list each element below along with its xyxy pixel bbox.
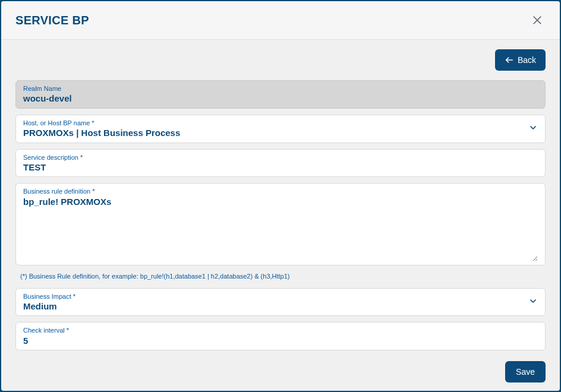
back-button[interactable]: Back — [495, 49, 546, 71]
host-label: Host, or Host BP name * — [23, 119, 538, 127]
realm-name-field: Realm Name wocu-devel — [15, 80, 546, 109]
business-rule-field[interactable]: Business rule definition * bp_rule! PROX… — [15, 183, 546, 265]
host-select[interactable]: Host, or Host BP name * PROXMOXs | Host … — [15, 115, 546, 143]
back-button-label: Back — [518, 55, 536, 65]
arrow-left-icon — [505, 55, 514, 65]
modal-footer: Save — [15, 356, 546, 382]
check-interval-field[interactable]: Check interval * — [15, 322, 546, 350]
business-rule-label: Business rule definition * — [23, 187, 538, 195]
realm-name-label: Realm Name — [23, 84, 538, 93]
service-description-label: Service description * — [23, 153, 538, 162]
modal-body: Back Realm Name wocu-devel Host, or Host… — [1, 40, 560, 391]
close-icon — [531, 14, 543, 26]
service-description-field[interactable]: Service description * — [15, 149, 546, 178]
service-description-input[interactable] — [23, 162, 538, 173]
modal-title: SERVICE BP — [15, 14, 89, 27]
business-impact-label: Business Impact * — [23, 292, 538, 301]
business-impact-select[interactable]: Business Impact * Medium — [15, 288, 546, 317]
check-interval-input[interactable] — [23, 335, 538, 347]
service-bp-modal: SERVICE BP Back Realm Name wocu-devel Ho… — [1, 1, 560, 391]
save-button[interactable]: Save — [505, 361, 546, 382]
modal-header: SERVICE BP — [1, 1, 560, 40]
toolbar: Back — [15, 49, 546, 71]
close-button[interactable] — [529, 12, 546, 29]
check-interval-label: Check interval * — [23, 326, 538, 334]
business-impact-value: Medium — [23, 301, 538, 312]
business-rule-textarea[interactable]: bp_rule! PROXMOXs — [23, 196, 538, 261]
host-value: PROXMOXs | Host Business Process — [23, 127, 538, 139]
realm-name-value: wocu-devel — [23, 93, 538, 105]
business-rule-hint: (*) Business Rule definition, for exampl… — [15, 271, 546, 282]
